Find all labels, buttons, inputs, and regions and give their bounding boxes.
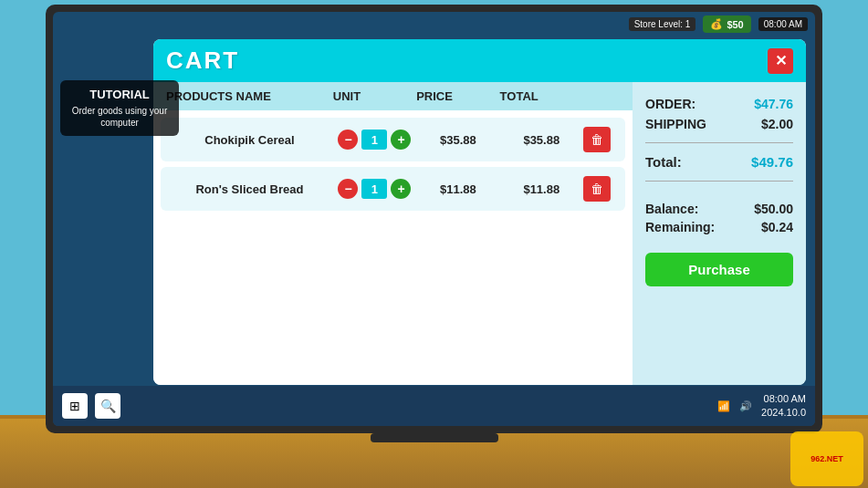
item-price-2: $11.88 bbox=[416, 182, 499, 196]
taskbar-grid-icon[interactable]: ⊞ bbox=[62, 393, 88, 419]
order-label: ORDER: bbox=[645, 97, 695, 111]
table-row: Ron's Sliced Bread − 1 + $11.88 $11.88 🗑 bbox=[161, 167, 625, 211]
cart-header: CART ✕ bbox=[153, 39, 806, 82]
decrease-qty-btn-1[interactable]: − bbox=[338, 130, 358, 150]
increase-qty-btn-1[interactable]: + bbox=[391, 130, 411, 150]
taskbar-time: 08:00 AM bbox=[761, 392, 806, 406]
monitor: Store Level: 1 💰 $50 08:00 AM TUTORIAL O… bbox=[46, 5, 822, 433]
remaining-row: Remaining: $0.24 bbox=[645, 220, 793, 234]
balance-section: Balance: $50.00 Remaining: $0.24 bbox=[645, 202, 793, 234]
taskbar-datetime: 08:00 AM 2024.10.0 bbox=[761, 392, 806, 421]
taskbar-right: 📶 🔊 08:00 AM 2024.10.0 bbox=[717, 392, 806, 421]
shipping-value: $2.00 bbox=[761, 117, 793, 131]
money-badge: 💰 $50 bbox=[703, 16, 750, 33]
delete-item-btn-2[interactable]: 🗑 bbox=[583, 176, 611, 202]
taskbar-date: 2024.10.0 bbox=[761, 406, 806, 420]
money-value: $50 bbox=[727, 19, 743, 30]
item-price-1: $35.88 bbox=[416, 133, 499, 147]
item-total-1: $35.88 bbox=[500, 133, 583, 147]
money-icon: 💰 bbox=[710, 18, 723, 30]
total-label: Total: bbox=[645, 154, 682, 170]
shipping-summary-row: SHIPPING $2.00 bbox=[645, 117, 793, 131]
shipping-label: SHIPPING bbox=[645, 117, 706, 131]
qty-value-1: 1 bbox=[361, 130, 387, 150]
monitor-screen: Store Level: 1 💰 $50 08:00 AM TUTORIAL O… bbox=[53, 12, 815, 426]
table-row: Chokipik Cereal − 1 + $35.88 $35.88 🗑 bbox=[161, 118, 625, 161]
total-value: $49.76 bbox=[751, 154, 793, 170]
cart-window: CART ✕ PRODUCTS NAME UNIT PRICE TOTAL bbox=[153, 39, 806, 385]
item-name-1: Chokipik Cereal bbox=[166, 133, 333, 147]
item-total-2: $11.88 bbox=[500, 182, 583, 196]
balance-row: Balance: $50.00 bbox=[645, 202, 793, 216]
item-unit-1: − 1 + bbox=[333, 130, 416, 150]
decrease-qty-btn-2[interactable]: − bbox=[338, 179, 358, 199]
col-total: TOTAL bbox=[500, 89, 583, 103]
top-bar: Store Level: 1 💰 $50 08:00 AM bbox=[622, 12, 815, 36]
cart-close-button[interactable]: ✕ bbox=[768, 48, 793, 74]
item-unit-2: − 1 + bbox=[333, 179, 416, 199]
wifi-icon: 📶 bbox=[717, 400, 730, 412]
cart-table-header: PRODUCTS NAME UNIT PRICE TOTAL bbox=[153, 82, 633, 110]
col-name: PRODUCTS NAME bbox=[166, 89, 333, 103]
qty-value-2: 1 bbox=[361, 179, 387, 199]
tutorial-title: TUTORIAL bbox=[68, 88, 172, 101]
remaining-label: Remaining: bbox=[645, 220, 715, 234]
time-badge: 08:00 AM bbox=[758, 17, 808, 31]
tutorial-text: Order goods using your computer bbox=[68, 105, 172, 129]
purchase-button[interactable]: Purchase bbox=[645, 253, 793, 286]
volume-icon: 🔊 bbox=[739, 400, 752, 412]
cart-title: CART bbox=[166, 47, 239, 75]
tutorial-box: TUTORIAL Order goods using your computer bbox=[60, 80, 179, 136]
delete-item-btn-1[interactable]: 🗑 bbox=[583, 127, 611, 152]
cart-items-list: Chokipik Cereal − 1 + $35.88 $35.88 🗑 bbox=[153, 110, 633, 385]
item-name-2: Ron's Sliced Bread bbox=[166, 182, 333, 196]
col-price: PRICE bbox=[416, 89, 499, 103]
taskbar-search-icon[interactable]: 🔍 bbox=[95, 393, 120, 419]
store-level-badge: Store Level: 1 bbox=[629, 17, 696, 31]
monitor-base bbox=[371, 433, 498, 442]
taskbar-apps: ⊞ 🔍 bbox=[62, 393, 120, 419]
remaining-value: $0.24 bbox=[761, 220, 793, 234]
cart-body: PRODUCTS NAME UNIT PRICE TOTAL Chokipik … bbox=[153, 82, 806, 385]
cart-right-panel: ORDER: $47.76 SHIPPING $2.00 Total: $49.… bbox=[633, 82, 806, 385]
cart-left-panel: PRODUCTS NAME UNIT PRICE TOTAL Chokipik … bbox=[153, 82, 633, 385]
divider-1 bbox=[645, 142, 793, 143]
col-unit: UNIT bbox=[333, 89, 416, 103]
order-summary-row: ORDER: $47.76 bbox=[645, 97, 793, 111]
col-action bbox=[583, 89, 620, 103]
total-row: Total: $49.76 bbox=[645, 154, 793, 170]
divider-2 bbox=[645, 181, 793, 182]
order-value: $47.76 bbox=[754, 97, 793, 111]
balance-label: Balance: bbox=[645, 202, 698, 216]
taskbar: ⊞ 🔍 📶 🔊 08:00 AM 2024.10.0 bbox=[53, 386, 815, 426]
increase-qty-btn-2[interactable]: + bbox=[391, 179, 411, 199]
balance-value: $50.00 bbox=[754, 202, 793, 216]
watermark: 962.NET bbox=[790, 431, 863, 486]
